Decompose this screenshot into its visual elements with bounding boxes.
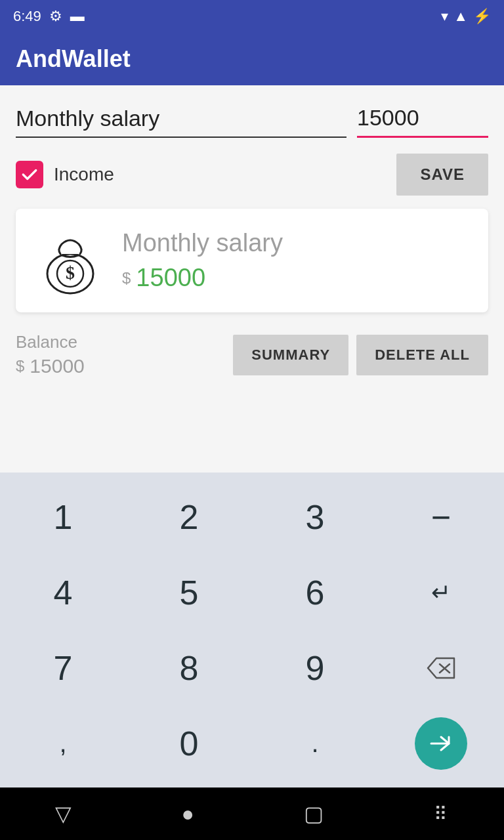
money-bag-icon: $ [34, 224, 106, 297]
key-backspace[interactable] [378, 630, 504, 705]
balance-section: Balance $ 15000 [16, 332, 85, 377]
key-6[interactable]: 6 [252, 555, 378, 630]
balance-amount: 15000 [30, 355, 84, 377]
key-dot[interactable]: . [252, 705, 378, 781]
delete-all-button[interactable]: DELETE ALL [356, 335, 488, 375]
input-row [16, 105, 488, 140]
status-bar-right: ▾ ▲ ⚡ [441, 8, 491, 25]
key-2[interactable]: 2 [126, 479, 252, 555]
status-bar: 6:49 ⚙ ▬ ▾ ▲ ⚡ [0, 0, 504, 33]
income-label: Income [54, 164, 114, 185]
balance-label: Balance [16, 332, 85, 352]
checkbox-area: Income [16, 161, 114, 188]
key-0[interactable]: 0 [126, 705, 252, 781]
balance-action-row: Balance $ 15000 SUMMARY DELETE ALL [16, 326, 488, 384]
balance-dollar: $ [16, 357, 24, 375]
keyboard: 1 2 3 − 4 5 6 ↵ 7 8 9 , 0 . [0, 472, 504, 788]
income-checkbox[interactable] [16, 161, 43, 188]
status-time: 6:49 [13, 8, 41, 25]
key-enter[interactable] [378, 705, 504, 781]
label-input[interactable] [16, 106, 346, 138]
app-bar: AndWallet [0, 33, 504, 85]
card-amount-row: $ 15000 [122, 264, 283, 292]
svg-text:$: $ [66, 262, 75, 283]
card-amount: 15000 [136, 264, 205, 292]
app-title: AndWallet [16, 45, 131, 73]
transaction-card: $ Monthly salary $ 15000 [16, 209, 488, 312]
key-5[interactable]: 5 [126, 555, 252, 630]
key-comma[interactable]: , [0, 705, 126, 781]
balance-amount-row: $ 15000 [16, 355, 85, 377]
main-content: Income SAVE $ Monthly salary $ 15000 [0, 85, 504, 472]
controls-row: Income SAVE [16, 154, 488, 196]
settings-icon: ⚙ [49, 8, 62, 25]
card-dollar: $ [122, 269, 131, 287]
summary-button[interactable]: SUMMARY [233, 335, 348, 375]
key-1[interactable]: 1 [0, 479, 126, 555]
home-nav-icon[interactable]: ● [181, 802, 194, 826]
recent-nav-icon[interactable]: ▢ [304, 801, 324, 826]
save-button[interactable]: SAVE [396, 154, 488, 196]
card-info: Monthly salary $ 15000 [122, 229, 283, 292]
key-9[interactable]: 9 [252, 630, 378, 705]
card-title: Monthly salary [122, 229, 283, 257]
key-tab[interactable]: ↵ [378, 555, 504, 630]
key-minus[interactable]: − [378, 479, 504, 555]
back-nav-icon[interactable]: ▽ [55, 801, 72, 826]
wifi-icon: ▾ [441, 8, 448, 25]
battery-icon: ⚡ [473, 8, 491, 25]
action-buttons: SUMMARY DELETE ALL [233, 335, 488, 375]
key-7[interactable]: 7 [0, 630, 126, 705]
status-bar-left: 6:49 ⚙ ▬ [13, 8, 85, 25]
amount-input[interactable] [357, 105, 488, 138]
key-8[interactable]: 8 [126, 630, 252, 705]
storage-icon: ▬ [70, 8, 85, 25]
signal-icon: ▲ [453, 8, 468, 25]
key-4[interactable]: 4 [0, 555, 126, 630]
key-3[interactable]: 3 [252, 479, 378, 555]
nav-bar: ▽ ● ▢ ⠿ [0, 788, 504, 840]
menu-nav-icon[interactable]: ⠿ [434, 803, 449, 825]
